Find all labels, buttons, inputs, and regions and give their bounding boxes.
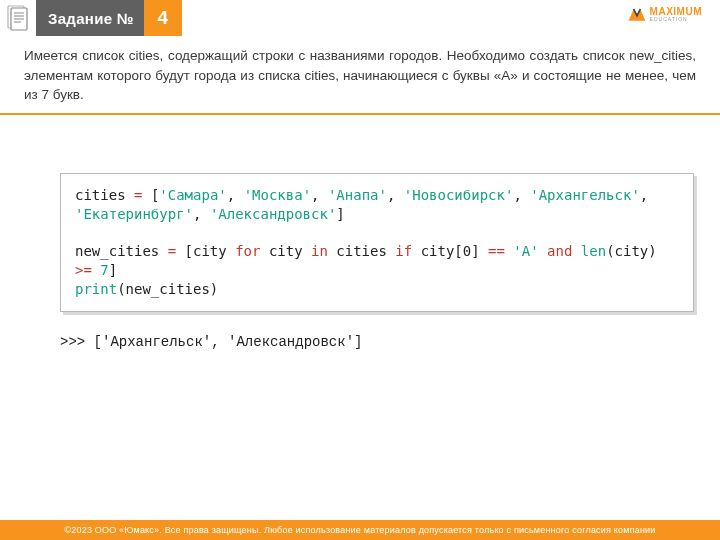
logo-text: MAXIMUM bbox=[650, 8, 702, 16]
task-label: Задание № bbox=[36, 0, 144, 36]
logo-subtext: EDUCATION bbox=[650, 17, 702, 21]
logo-mark-icon bbox=[627, 4, 647, 24]
header: Задание № 4 MAXIMUM EDUCATION bbox=[0, 0, 720, 36]
code-line-1: cities = ['Самара', 'Москва', 'Анапа', '… bbox=[75, 186, 679, 224]
task-number: 4 bbox=[144, 0, 182, 36]
code-blank-line bbox=[75, 223, 679, 242]
content-area: cities = ['Самара', 'Москва', 'Анапа', '… bbox=[0, 115, 720, 520]
header-left: Задание № 4 bbox=[0, 0, 182, 36]
footer-copyright: ©2023 ООО «Юмакс». Все права защищены. Л… bbox=[0, 520, 720, 540]
code-block: cities = ['Самара', 'Москва', 'Анапа', '… bbox=[60, 173, 694, 312]
code-output: >>> ['Архангельск', 'Александровск'] bbox=[60, 334, 694, 350]
code-line-2: new_cities = [city for city in cities if… bbox=[75, 242, 679, 280]
code-line-3: print(new_cities) bbox=[75, 280, 679, 299]
task-description: Имеется список cities, содержащий строки… bbox=[0, 36, 720, 115]
document-icon bbox=[0, 0, 36, 36]
title-block: Задание № 4 bbox=[36, 0, 182, 36]
brand-logo: MAXIMUM EDUCATION bbox=[627, 4, 702, 24]
